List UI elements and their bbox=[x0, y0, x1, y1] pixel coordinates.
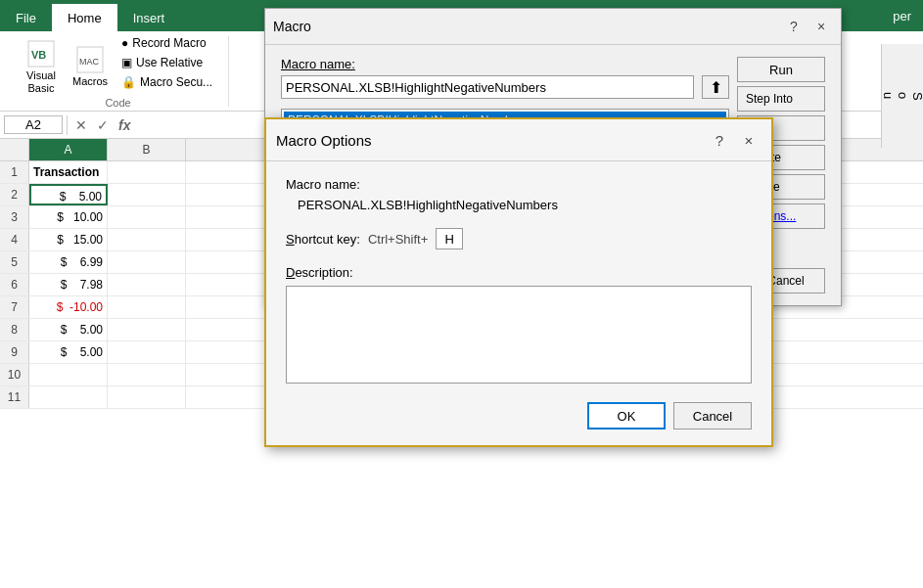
macros-label: Macros bbox=[72, 75, 108, 88]
svg-text:VB: VB bbox=[31, 49, 46, 61]
row-header-10: 10 bbox=[0, 364, 29, 385]
options-title: Macro Options bbox=[276, 132, 372, 149]
row-header-7: 7 bbox=[0, 296, 29, 318]
row-header-1: 1 bbox=[0, 161, 29, 183]
macro-dialog-close-button[interactable]: × bbox=[809, 15, 833, 38]
cell-B2[interactable] bbox=[108, 184, 186, 205]
shortcut-key-label: Shortcut key: bbox=[286, 232, 360, 247]
confirm-formula-icon[interactable]: ✓ bbox=[93, 115, 113, 135]
macro-name-input[interactable] bbox=[281, 75, 694, 99]
tab-file[interactable]: File bbox=[0, 4, 52, 31]
row-header-9: 9 bbox=[0, 341, 29, 363]
cancel-formula-icon[interactable]: ✕ bbox=[71, 115, 91, 135]
cell-B5[interactable] bbox=[108, 251, 186, 273]
cell-B7[interactable] bbox=[108, 296, 186, 318]
options-help-button[interactable]: ? bbox=[707, 127, 732, 153]
cell-A3[interactable]: $ 10.00 bbox=[29, 206, 108, 228]
cell-A1[interactable]: Transaction bbox=[29, 161, 108, 183]
ribbon-group-code: VB VisualBasic MAC Macros bbox=[8, 36, 229, 107]
col-header-B[interactable]: B bbox=[108, 139, 186, 160]
macro-dialog-controls: ? × bbox=[782, 15, 833, 38]
source-panel-tab: Excel Sou bbox=[881, 44, 923, 148]
visual-basic-label: VisualBasic bbox=[26, 69, 56, 95]
cell-A11[interactable] bbox=[29, 386, 108, 408]
tab-insert[interactable]: Insert bbox=[117, 4, 181, 31]
use-relative-button[interactable]: ▣ Use Relative bbox=[117, 54, 216, 71]
macro-step-into-button[interactable]: Step Into bbox=[737, 86, 825, 112]
cell-B11[interactable] bbox=[108, 386, 186, 408]
row-header-8: 8 bbox=[0, 319, 29, 340]
cell-B9[interactable] bbox=[108, 341, 186, 363]
options-controls: ? × bbox=[707, 127, 761, 153]
cell-B3[interactable] bbox=[108, 206, 186, 228]
options-titlebar: Macro Options ? × bbox=[266, 119, 771, 161]
cell-A2[interactable]: $ 5.00 bbox=[29, 184, 108, 205]
shortcut-prefix: Ctrl+Shift+ bbox=[368, 232, 428, 247]
use-relative-icon: ▣ bbox=[121, 56, 132, 69]
cell-B4[interactable] bbox=[108, 229, 186, 250]
cell-A4[interactable]: $ 15.00 bbox=[29, 229, 108, 250]
macro-security-button[interactable]: 🔒 Macro Secu... bbox=[117, 73, 216, 91]
options-ok-button[interactable]: OK bbox=[587, 402, 666, 430]
cell-A8[interactable]: $ 5.00 bbox=[29, 319, 108, 340]
svg-text:MAC: MAC bbox=[79, 57, 100, 67]
row-header-4: 4 bbox=[0, 229, 29, 250]
cell-B6[interactable] bbox=[108, 274, 186, 295]
cell-reference-input[interactable] bbox=[4, 115, 63, 134]
code-group-label: Code bbox=[105, 97, 130, 109]
options-body: Macro name: PERSONAL.XLSB!HighlightNegat… bbox=[266, 161, 771, 445]
cell-B1[interactable] bbox=[108, 161, 186, 183]
macro-options-dialog: Macro Options ? × Macro name: PERSONAL.X… bbox=[264, 117, 773, 447]
macro-dialog-title: Macro bbox=[273, 19, 311, 34]
cell-A9[interactable]: $ 5.00 bbox=[29, 341, 108, 363]
cell-A7[interactable]: $ -10.00 bbox=[29, 296, 108, 318]
shortcut-key-input[interactable] bbox=[436, 228, 463, 249]
macros-icon: MAC bbox=[74, 44, 106, 75]
cell-A6[interactable]: $ 7.98 bbox=[29, 274, 108, 295]
macro-security-icon: 🔒 bbox=[121, 75, 136, 89]
tab-developer[interactable]: per bbox=[881, 4, 923, 31]
cell-A5[interactable]: $ 6.99 bbox=[29, 251, 108, 273]
tab-home[interactable]: Home bbox=[52, 4, 117, 31]
options-close-button[interactable]: × bbox=[736, 127, 761, 153]
row-header-5: 5 bbox=[0, 251, 29, 273]
visual-basic-icon: VB bbox=[25, 38, 57, 69]
row-header-3: 3 bbox=[0, 206, 29, 228]
macro-dialog-help-button[interactable]: ? bbox=[782, 15, 806, 38]
ribbon-group-code-content: VB VisualBasic MAC Macros bbox=[20, 36, 216, 97]
cell-B8[interactable] bbox=[108, 319, 186, 340]
record-macro-label: Record Macro bbox=[132, 36, 206, 50]
macro-run-button[interactable]: Run bbox=[737, 57, 825, 82]
row-header-11: 11 bbox=[0, 386, 29, 408]
excel-window: File Home Insert per VB VisualBasic bbox=[0, 0, 923, 588]
macro-name-row: ⬆ bbox=[281, 75, 729, 99]
cell-A10[interactable] bbox=[29, 364, 108, 385]
use-relative-label: Use Relative bbox=[136, 56, 203, 69]
options-macro-name-label: Macro name: bbox=[286, 177, 752, 192]
record-macro-icon: ● bbox=[121, 36, 128, 50]
row-header-2: 2 bbox=[0, 184, 29, 205]
col-header-A[interactable]: A bbox=[29, 139, 108, 160]
visual-basic-button[interactable]: VB VisualBasic bbox=[20, 36, 63, 97]
formula-icons: ✕ ✓ fx bbox=[71, 115, 134, 135]
formula-divider bbox=[67, 115, 68, 135]
row-header-6: 6 bbox=[0, 274, 29, 295]
options-description-input[interactable] bbox=[286, 286, 752, 384]
macro-dialog-titlebar: Macro ? × bbox=[265, 9, 841, 45]
record-macro-button[interactable]: ● Record Macro bbox=[117, 34, 216, 52]
cell-B10[interactable] bbox=[108, 364, 186, 385]
corner-cell bbox=[0, 139, 29, 160]
macros-button[interactable]: MAC Macros bbox=[67, 42, 114, 90]
options-macro-name-value: PERSONAL.XLSB!HighlightNegativeNumbers bbox=[286, 198, 752, 212]
options-cancel-button[interactable]: Cancel bbox=[673, 402, 752, 430]
macro-name-field-label: Macro name: bbox=[281, 57, 729, 71]
macro-name-browse-button[interactable]: ⬆ bbox=[702, 75, 729, 99]
options-shortcut-row: Shortcut key: Ctrl+Shift+ bbox=[286, 228, 752, 249]
insert-function-icon[interactable]: fx bbox=[115, 115, 134, 135]
options-buttons: OK Cancel bbox=[286, 402, 752, 430]
macro-security-label: Macro Secu... bbox=[140, 75, 212, 89]
options-description-label: Description: bbox=[286, 265, 752, 280]
